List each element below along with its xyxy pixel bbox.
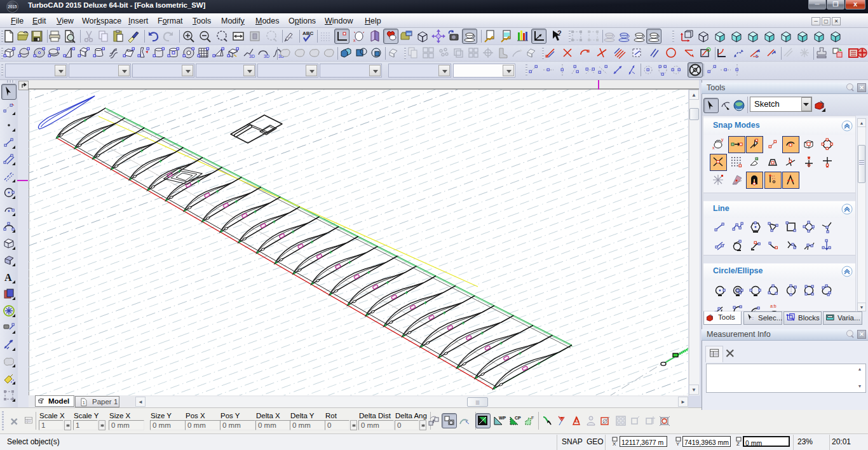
svg-text:WP: WP — [499, 416, 506, 420]
svg-text:CP: CP — [515, 416, 521, 420]
svg-text:a:b: a:b — [770, 304, 776, 308]
svg-text:3D: 3D — [249, 54, 255, 58]
svg-text:3D: 3D — [264, 54, 269, 58]
svg-text:F: F — [531, 416, 534, 420]
svg-text:?: ? — [557, 29, 562, 37]
svg-text:Z: Z — [736, 441, 740, 447]
svg-text:x: x — [712, 146, 715, 150]
svg-text:1: 1 — [83, 400, 85, 405]
svg-text:X: X — [613, 441, 616, 447]
svg-text:x: x — [353, 38, 356, 43]
svg-text:Y: Y — [676, 441, 680, 447]
svg-text::: : — [752, 315, 754, 321]
svg-text:5: 5 — [756, 54, 758, 58]
svg-text:ABC: ABC — [302, 31, 314, 36]
svg-text:y: y — [721, 137, 724, 142]
